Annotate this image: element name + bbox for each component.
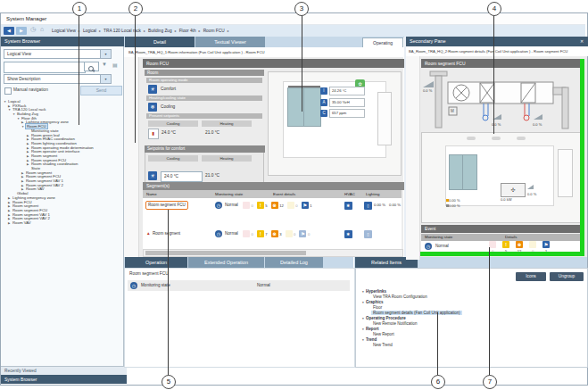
export-icon[interactable]: [125, 199, 137, 210]
save-filter-icon[interactable]: ▤: [112, 62, 118, 68]
operation-object-label: Room segment FCU: [129, 271, 169, 276]
grid-icon[interactable]: [125, 167, 137, 178]
print-icon[interactable]: [125, 188, 137, 199]
callout-5: 5: [161, 375, 176, 389]
close-icon[interactable]: ✕: [577, 37, 586, 46]
event-indicator: ⚑0: [299, 230, 310, 237]
scrollbar-thumb[interactable]: [145, 251, 306, 255]
event-col-details: Details: [501, 234, 584, 241]
search-input[interactable]: [4, 62, 86, 73]
col-event-details: Event details: [273, 190, 295, 198]
manual-navigation-checkbox[interactable]: [4, 87, 12, 95]
filter-icon[interactable]: ▼: [102, 62, 107, 67]
view-selector[interactable]: Logical View: [4, 49, 103, 59]
col-hvac: HVAC: [344, 190, 355, 198]
tab-detailed-log[interactable]: Detailed Log: [265, 257, 323, 268]
zoom-out-icon[interactable]: [407, 112, 419, 123]
segment-graphic-header: Room segment FCU: [421, 59, 584, 68]
related-item[interactable]: New Trend: [360, 339, 582, 344]
hvac-icon: ✱: [344, 230, 352, 238]
select-icon[interactable]: [407, 155, 419, 166]
lighting-value-1: 0.00 %: [374, 203, 385, 207]
detail-object-path: BA_Room_TRA_HQ_1:Room information (Fan C…: [124, 47, 408, 57]
segment-row-name[interactable]: Room segment FCU: [145, 201, 188, 210]
col-monitoring-state: Monitoring state: [215, 190, 243, 198]
zoom-selection-icon[interactable]: [407, 134, 419, 145]
segment-row-state: Normal: [225, 231, 238, 236]
highlight-frame-right: [580, 59, 584, 256]
event-indicator: !5: [257, 202, 268, 209]
system-browser-bottom-tab[interactable]: System Browser: [1, 375, 127, 384]
co2-reading: C657 ppm: [320, 109, 365, 118]
screenshot-root: 1 2 3 4 5 6 7 System Manager ◀ ▶ ◷ ⌂ Log…: [0, 0, 588, 390]
callout-line-4: [493, 14, 494, 134]
event-indicator: ⚑1: [302, 202, 312, 209]
tree-item[interactable]: ▶Room VAV: [2, 221, 121, 226]
breadcrumb-item[interactable]: Floor 4th▸: [179, 29, 203, 33]
monitoring-state-icon: ◷: [215, 202, 222, 209]
history-icon[interactable]: ◷: [30, 26, 36, 33]
pan-icon[interactable]: [407, 145, 419, 155]
home-icon[interactable]: ⌂: [40, 26, 44, 32]
room-door: [558, 149, 573, 197]
manual-navigation-label: Manual navigation: [13, 87, 48, 94]
operating-mode-section: Room operating mode: [146, 78, 262, 83]
comfort-cooling-setpoint-field[interactable]: 24.0 °C: [161, 171, 203, 182]
room-door: [377, 92, 392, 145]
home-view-icon[interactable]: [407, 70, 419, 80]
edit-icon[interactable]: [407, 59, 419, 70]
breadcrumb-item[interactable]: Logical▸: [83, 29, 104, 33]
event-indicator: ⊗3: [271, 230, 282, 237]
lighting-icon: ▯: [364, 230, 372, 238]
breadcrumb-item[interactable]: Room FCU▸: [203, 29, 232, 33]
view-selector-dropdown-icon[interactable]: ▾: [100, 49, 112, 59]
room-sensor-readings: I24.26 °CA35.00 %rHC657 ppm: [320, 87, 365, 120]
print-icon[interactable]: [407, 187, 419, 198]
select-icon[interactable]: [125, 156, 137, 167]
system-browser-tree: ▼Logical▶PXRack▼TRA 120 Local rack▼Build…: [2, 100, 121, 232]
segment-row-name[interactable]: Room segment: [153, 231, 180, 236]
temperature-reading: I24.26 °C: [320, 87, 365, 95]
description-selector-dropdown-icon[interactable]: ▾: [100, 74, 112, 84]
heating-column-header: Heating: [202, 120, 252, 127]
callout-1: 1: [72, 2, 87, 16]
layers-icon[interactable]: [407, 177, 419, 187]
search-button[interactable]: ▾: [84, 62, 99, 71]
description-selector[interactable]: Show Description: [4, 74, 103, 84]
zoom-level[interactable]: [407, 123, 419, 134]
tab-operation[interactable]: Operation: [125, 257, 187, 268]
event-state-value: Normal: [435, 244, 449, 248]
tab-extended-operation[interactable]: Extended Operation: [188, 257, 264, 268]
event-indicator: !7: [257, 230, 268, 237]
callout-3: 3: [294, 2, 309, 16]
back-button[interactable]: ◀: [4, 27, 14, 35]
damper-position-label: 0.0 %: [423, 88, 432, 93]
ungroup-button[interactable]: Ungroup: [550, 272, 584, 281]
pan-icon[interactable]: [125, 145, 137, 156]
breadcrumb-item[interactable]: TRA 120 Local rack▸: [104, 29, 148, 33]
fan-coil-unit-icon: ✣: [501, 183, 526, 197]
forward-button[interactable]: ▶: [16, 27, 27, 35]
next-view-icon[interactable]: [407, 80, 419, 91]
grid-icon[interactable]: [407, 166, 419, 177]
previous-view-icon[interactable]: [407, 91, 419, 102]
zoom-in-icon[interactable]: [407, 102, 419, 112]
segments-scrollbar[interactable]: [143, 249, 403, 257]
send-button[interactable]: Send: [80, 86, 122, 95]
callout-line-3: [302, 14, 302, 112]
tab-textual-viewer[interactable]: Textual Viewer: [195, 37, 265, 47]
layers-icon[interactable]: [125, 178, 137, 188]
heating-valve-label: 0.0 %: [533, 122, 542, 127]
export-icon[interactable]: [407, 198, 419, 209]
breadcrumb-item[interactable]: Building Zug▸: [148, 29, 179, 33]
icons-button[interactable]: Icons: [516, 272, 546, 281]
search-icon: [88, 66, 94, 71]
present-setpoints-section: Present setpoints: [146, 113, 262, 119]
hvac-icon: ✱: [344, 202, 352, 210]
col-name: Name: [146, 190, 157, 198]
present-cooling-setpoint: 24.0 °C: [161, 130, 176, 135]
sensor-icon: C: [320, 110, 327, 117]
monitoring-state-icon: ◷: [425, 243, 432, 250]
callout-line-2: [135, 14, 136, 143]
segments-column-row: [143, 190, 402, 198]
